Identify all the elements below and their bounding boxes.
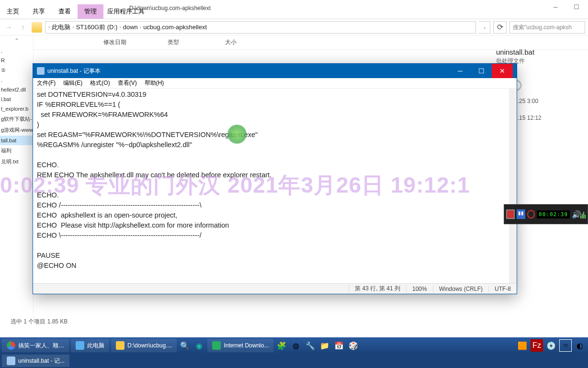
menu-format[interactable]: 格式(O): [90, 79, 110, 87]
taskbar-icon[interactable]: ◍: [290, 339, 302, 352]
list-item[interactable]: l.bat: [0, 94, 33, 104]
tab-view[interactable]: 查看: [52, 4, 78, 19]
list-item[interactable]: ⑤: [0, 65, 33, 75]
menu-edit[interactable]: 编辑(E): [63, 79, 82, 87]
nav-up[interactable]: ↑: [17, 23, 29, 31]
list-item[interactable]: 兑明.txt: [0, 156, 33, 167]
taskbar-item[interactable]: 此电脑: [71, 339, 109, 352]
taskbar-item[interactable]: Internet Downlo...: [207, 339, 273, 352]
tab-share[interactable]: 共享: [26, 4, 52, 19]
taskbar-item[interactable]: uninstall.bat - 记...: [2, 355, 69, 367]
folder-icon: [32, 22, 42, 33]
status-zoom: 100%: [406, 286, 433, 292]
col-name[interactable]: [34, 38, 101, 46]
pc-icon: [76, 341, 84, 350]
maximize-button[interactable]: ☐: [566, 0, 587, 13]
chrome-icon: [7, 341, 15, 350]
col-type[interactable]: 类型: [168, 38, 225, 46]
address-row: → ↑ › 此电脑 › ST160G前 (D:) › down › ucbug.…: [0, 19, 588, 35]
scrollbar[interactable]: [509, 89, 517, 283]
list-item[interactable]: .: [0, 75, 33, 85]
chevron-icon: ›: [72, 24, 74, 30]
list-item[interactable]: g游戏网-www: [0, 125, 33, 136]
record-time: 00:02:39: [537, 210, 570, 218]
list-item[interactable]: hellext2.dll: [0, 85, 33, 94]
record-pause-button[interactable]: ▮▮: [517, 209, 525, 219]
list-item[interactable]: .: [0, 46, 33, 56]
notepad-menu: 文件(F) 编辑(E) 格式(O) 查看(V) 帮助(H): [33, 78, 517, 89]
minimize-button[interactable]: ─: [450, 64, 471, 78]
idm-icon: [212, 341, 221, 350]
notepad-textarea[interactable]: set DOTNETVERSION=v4.0.30319 IF %ERRORLE…: [33, 89, 517, 283]
taskbar-icon[interactable]: 🧩: [275, 339, 288, 352]
chevron-icon: ›: [119, 24, 121, 30]
tab-home[interactable]: 主页: [0, 4, 26, 19]
taskbar-icon[interactable]: 📁: [318, 339, 331, 352]
taskbar-icon[interactable]: ◉: [193, 339, 205, 352]
menu-file[interactable]: 文件(F): [37, 79, 56, 87]
taskbar-search-icon[interactable]: 🔍: [179, 339, 191, 352]
volume-icon: 🔊: [572, 210, 578, 219]
crumb[interactable]: ucbug.com-apkshellext: [143, 23, 207, 31]
col-size[interactable]: 大小: [225, 38, 273, 46]
folder-icon: [116, 341, 124, 350]
tab-manage[interactable]: 管理: [78, 4, 103, 19]
details-filename: uninstall.bat: [496, 48, 585, 56]
explorer-ribbon: 主页 共享 查看 管理 应用程序工具: [0, 0, 588, 19]
menu-view[interactable]: 查看(V): [118, 79, 137, 87]
maximize-button[interactable]: ☐: [471, 64, 492, 78]
taskbar-item[interactable]: 搞笑一家人、顺…: [2, 339, 69, 352]
refresh-button[interactable]: ⟳: [493, 21, 507, 34]
status-encoding: UTF-8: [488, 286, 517, 292]
list-item[interactable]: tall.bat: [0, 136, 33, 145]
notepad-icon: [37, 67, 45, 75]
taskbar-icon[interactable]: 🔧: [304, 339, 317, 352]
status-position: 第 43 行, 第 41 列: [349, 285, 406, 293]
chevron-icon: ›: [48, 24, 50, 30]
notepad-statusbar: 第 43 行, 第 41 列 100% Windows (CRLF) UTF-8: [33, 283, 517, 294]
breadcrumb[interactable]: › 此电脑 › ST160G前 (D:) › down › ucbug.com-…: [45, 21, 476, 34]
window-controls: ─ ☐: [545, 0, 587, 13]
menu-help[interactable]: 帮助(H): [145, 79, 164, 87]
screen-recorder-widget: ▮▮ 00:02:39 🔊: [504, 204, 588, 224]
minimize-button[interactable]: ─: [545, 0, 566, 13]
notepad-icon: [7, 356, 15, 365]
status-eol: Windows (CRLF): [433, 286, 488, 292]
taskbar-icon[interactable]: 🎲: [347, 339, 360, 352]
nav-back[interactable]: →: [3, 23, 14, 31]
taskbar-icon[interactable]: 🟧: [516, 339, 529, 352]
notepad-titlebar[interactable]: uninstall.bat - 记事本 ─ ☐ ✕: [33, 64, 517, 78]
crumb[interactable]: ST160G前 (D:): [76, 23, 118, 32]
chevron-icon: ›: [140, 24, 141, 30]
taskbar-icon[interactable]: 💿: [545, 339, 557, 352]
notepad-window: uninstall.bat - 记事本 ─ ☐ ✕ 文件(F) 编辑(E) 格式…: [33, 63, 517, 294]
col-modified[interactable]: 修改日期: [101, 38, 168, 46]
list-item[interactable]: g软件下载站-: [0, 114, 33, 125]
explorer-statusbar: 选中 1 个项目 1.85 KB: [11, 318, 68, 326]
taskbar-secondary: uninstall.bat - 记...: [0, 354, 588, 368]
taskbar-icon[interactable]: 📅: [333, 339, 345, 352]
window-title: D:\down\ucbug.com-apkshellext: [124, 4, 215, 12]
address-dropdown[interactable]: ⌄: [479, 21, 490, 34]
list-item[interactable]: t_explorer.b: [0, 104, 33, 114]
taskbar-item[interactable]: D:\down\ucbug....: [111, 339, 177, 352]
record-stop-button[interactable]: [506, 209, 515, 219]
audio-level-icon: [580, 210, 586, 218]
file-list-fragment: ⌃ .R⑤.hellext2.dlll.batt_explorer.bg软件下载…: [0, 35, 34, 323]
notepad-title: uninstall.bat - 记事本: [47, 67, 101, 75]
list-item[interactable]: 福利: [0, 145, 33, 156]
crumb[interactable]: 此电脑: [52, 23, 70, 32]
taskbar: 搞笑一家人、顺… 此电脑 D:\down\ucbug.... 🔍 ◉ Inter…: [0, 337, 588, 354]
list-item[interactable]: R: [0, 56, 33, 65]
chevron-up-icon[interactable]: ⌃: [0, 35, 33, 46]
crumb[interactable]: down: [123, 23, 138, 31]
clock-icon: [527, 210, 535, 218]
close-button[interactable]: ✕: [492, 64, 513, 78]
search-input[interactable]: 搜索"ucbug.com-apksh: [509, 21, 585, 34]
7zip-icon[interactable]: 7z: [559, 339, 572, 352]
taskbar-icon[interactable]: ◐: [574, 339, 586, 352]
filezilla-icon[interactable]: Fz: [531, 339, 543, 352]
